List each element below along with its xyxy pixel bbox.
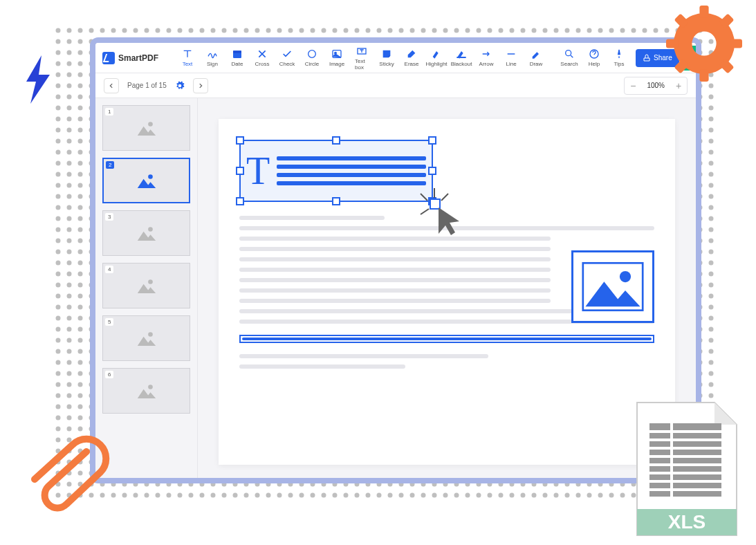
thumb-5[interactable]: 5 — [102, 315, 190, 361]
text-line — [239, 237, 551, 241]
svg-rect-44 — [649, 474, 670, 480]
svg-rect-26 — [666, 39, 679, 48]
tool-sticky[interactable]: Sticky — [376, 46, 398, 70]
calendar-icon — [232, 48, 243, 59]
svg-rect-21 — [430, 199, 440, 209]
arrow-icon — [481, 48, 492, 59]
tool-date[interactable]: Date — [226, 46, 248, 70]
next-page-button[interactable] — [193, 78, 208, 93]
sign-icon — [207, 48, 218, 59]
svg-line-19 — [441, 194, 448, 201]
prev-page-button[interactable] — [104, 78, 119, 93]
svg-rect-47 — [673, 483, 721, 488]
svg-rect-41 — [673, 458, 721, 463]
tool-cross[interactable]: Cross — [251, 46, 273, 70]
handle-tl[interactable] — [236, 136, 244, 145]
svg-point-4 — [308, 50, 316, 58]
thumbnail-sidebar: 1 2 3 4 5 6 — [95, 98, 198, 478]
svg-rect-8 — [457, 57, 465, 58]
sticky-icon — [381, 48, 392, 59]
svg-line-17 — [421, 194, 427, 201]
svg-rect-24 — [699, 6, 708, 18]
thumb-6[interactable]: 6 — [102, 368, 190, 414]
check-icon — [282, 48, 293, 59]
handle-bl[interactable] — [236, 197, 244, 205]
handle-ml[interactable] — [236, 167, 244, 175]
zoom-out-button[interactable]: − — [625, 80, 641, 91]
bolt-decoration-icon — [21, 55, 55, 104]
text-icon — [182, 48, 193, 59]
tool-image[interactable]: Image — [326, 46, 348, 70]
chevron-right-icon — [197, 82, 204, 89]
image-placeholder[interactable] — [571, 250, 654, 323]
svg-rect-25 — [699, 69, 708, 82]
text-line — [239, 216, 385, 220]
help-icon — [589, 48, 600, 59]
text-line — [239, 288, 551, 293]
circle-icon — [306, 48, 317, 59]
tool-circle[interactable]: Circle — [301, 46, 323, 70]
tool-tips[interactable]: Tips — [608, 46, 630, 70]
text-line — [239, 257, 551, 261]
thumb-3[interactable]: 3 — [102, 210, 190, 256]
thumb-1[interactable]: 1 — [102, 105, 190, 151]
svg-point-13 — [148, 227, 153, 232]
gear-icon[interactable] — [175, 81, 185, 91]
svg-rect-48 — [649, 491, 670, 497]
svg-point-9 — [566, 50, 571, 56]
handle-bm[interactable] — [332, 197, 340, 205]
tool-sign[interactable]: Sign — [201, 46, 223, 70]
image-icon — [331, 48, 342, 59]
svg-rect-45 — [673, 474, 721, 480]
selected-line[interactable] — [239, 335, 654, 343]
text-line — [239, 247, 551, 251]
svg-rect-3 — [233, 50, 241, 53]
image-icon — [137, 120, 156, 136]
text-line — [239, 299, 551, 303]
text-line — [239, 278, 551, 282]
document-page[interactable]: T — [219, 119, 675, 465]
svg-rect-42 — [649, 466, 670, 472]
image-icon — [137, 173, 156, 188]
tool-arrow[interactable]: Arrow — [475, 46, 497, 70]
text-box-selection[interactable]: T — [239, 140, 433, 202]
xls-file-icon: XLS — [631, 400, 742, 538]
tips-icon — [614, 48, 625, 59]
tool-highlight[interactable]: Highlight — [425, 46, 448, 70]
chevron-left-icon — [108, 82, 115, 89]
tool-line[interactable]: Line — [500, 46, 522, 70]
paperclip-decoration-icon — [21, 434, 111, 517]
svg-rect-33 — [673, 423, 721, 430]
highlight-icon — [431, 48, 442, 59]
tool-search[interactable]: Search — [558, 46, 580, 70]
thumb-2[interactable]: 2 — [102, 158, 190, 203]
thumb-4[interactable]: 4 — [102, 263, 190, 308]
handle-tm[interactable] — [332, 136, 340, 145]
svg-rect-36 — [649, 441, 670, 447]
page-label: Page 1 of 15 — [127, 82, 167, 89]
tool-blackout[interactable]: Blackout — [450, 46, 472, 70]
svg-text:XLS: XLS — [668, 511, 706, 533]
svg-rect-46 — [649, 483, 670, 488]
tool-help[interactable]: Help — [583, 46, 605, 70]
textbox-icon — [356, 46, 367, 57]
line-icon — [506, 48, 517, 59]
svg-point-11 — [148, 122, 153, 127]
image-icon — [582, 261, 644, 313]
zoom-value: 100% — [641, 82, 670, 89]
tool-check[interactable]: Check — [276, 46, 298, 70]
blackout-icon — [456, 48, 467, 59]
handle-mr[interactable] — [428, 167, 436, 175]
text-letter: T — [246, 149, 270, 193]
app-name: SmartPDF — [118, 53, 158, 63]
tool-draw[interactable]: Draw — [525, 46, 547, 70]
svg-rect-39 — [673, 450, 721, 455]
tool-textbox[interactable]: Text box — [351, 43, 373, 73]
svg-point-23 — [620, 271, 631, 282]
logo-icon — [102, 52, 115, 64]
tool-erase[interactable]: Erase — [400, 46, 423, 70]
tool-text[interactable]: Text — [176, 46, 199, 70]
svg-rect-49 — [673, 491, 721, 497]
handle-tr[interactable] — [428, 136, 436, 145]
erase-icon — [406, 48, 417, 59]
